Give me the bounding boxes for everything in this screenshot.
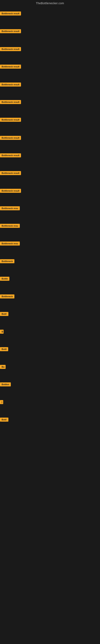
bottleneck-item-11: Bottleneck result bbox=[0, 189, 21, 194]
bottleneck-item-19: B bbox=[0, 330, 3, 334]
bottleneck-item-16: Bottle bbox=[0, 277, 9, 282]
bottleneck-badge-11: Bottleneck result bbox=[0, 189, 21, 193]
bottleneck-badge-24: Bott! bbox=[0, 418, 8, 422]
bottleneck-badge-6: Bottleneck result bbox=[0, 100, 21, 104]
bottleneck-item-22: Bottlen bbox=[0, 382, 11, 387]
site-title: TheBottlenecker.com bbox=[0, 0, 100, 6]
bottleneck-badge-3: Bottleneck result bbox=[0, 47, 21, 51]
bottleneck-item-18: Bott! bbox=[0, 312, 8, 317]
bottleneck-item-14: Bottleneck resu bbox=[0, 242, 20, 246]
bottleneck-item-1: Bottleneck result bbox=[0, 12, 21, 16]
bottleneck-badge-4: Bottleneck result bbox=[0, 64, 21, 69]
bottleneck-item-8: Bottleneck result bbox=[0, 136, 21, 141]
bottleneck-badge-18: Bott! bbox=[0, 312, 8, 316]
bottleneck-item-12: Bottleneck resu bbox=[0, 206, 20, 211]
bottleneck-item-15: Bottleneck bbox=[0, 259, 14, 264]
bottleneck-item-9: Bottleneck result bbox=[0, 153, 21, 158]
bottleneck-badge-13: Bottleneck resu bbox=[0, 224, 20, 228]
bottleneck-badge-16: Bottle bbox=[0, 277, 9, 281]
bottleneck-item-4: Bottleneck result bbox=[0, 64, 21, 70]
bottleneck-badge-12: Bottleneck resu bbox=[0, 206, 20, 210]
bottleneck-item-3: Bottleneck result bbox=[0, 47, 21, 52]
bottleneck-item-7: Bottleneck result bbox=[0, 118, 21, 122]
bottleneck-item-17: Bottleneck bbox=[0, 294, 14, 299]
bottleneck-item-6: Bottleneck result bbox=[0, 100, 21, 105]
bottleneck-item-13: Bottleneck resu bbox=[0, 224, 20, 228]
bottleneck-badge-22: Bottlen bbox=[0, 382, 11, 386]
bottleneck-item-10: Bottleneck result bbox=[0, 171, 21, 176]
bottleneck-badge-19: B bbox=[0, 330, 3, 334]
bottleneck-badge-7: Bottleneck result bbox=[0, 118, 21, 122]
bottleneck-item-23: | bbox=[0, 400, 3, 405]
bottleneck-badge-21: Bo bbox=[0, 365, 6, 369]
bottleneck-badge-23: | bbox=[0, 400, 3, 404]
bottleneck-badge-2: Bottleneck result bbox=[0, 29, 21, 33]
bottleneck-item-21: Bo bbox=[0, 365, 6, 370]
bottleneck-item-24: Bott! bbox=[0, 418, 8, 422]
bottleneck-item-20: Bottl bbox=[0, 347, 8, 352]
bottleneck-badge-14: Bottleneck resu bbox=[0, 242, 20, 246]
bottleneck-badge-20: Bottl bbox=[0, 347, 8, 351]
bottleneck-badge-5: Bottleneck result bbox=[0, 82, 21, 86]
bottleneck-badge-9: Bottleneck result bbox=[0, 153, 21, 158]
bottleneck-item-5: Bottleneck result bbox=[0, 82, 21, 87]
bottleneck-badge-10: Bottleneck result bbox=[0, 171, 21, 175]
bottleneck-badge-1: Bottleneck result bbox=[0, 12, 21, 16]
bottleneck-badge-8: Bottleneck result bbox=[0, 136, 21, 140]
bottleneck-badge-15: Bottleneck bbox=[0, 259, 14, 263]
bottleneck-badge-17: Bottleneck bbox=[0, 294, 14, 298]
bottleneck-item-2: Bottleneck result bbox=[0, 29, 21, 34]
